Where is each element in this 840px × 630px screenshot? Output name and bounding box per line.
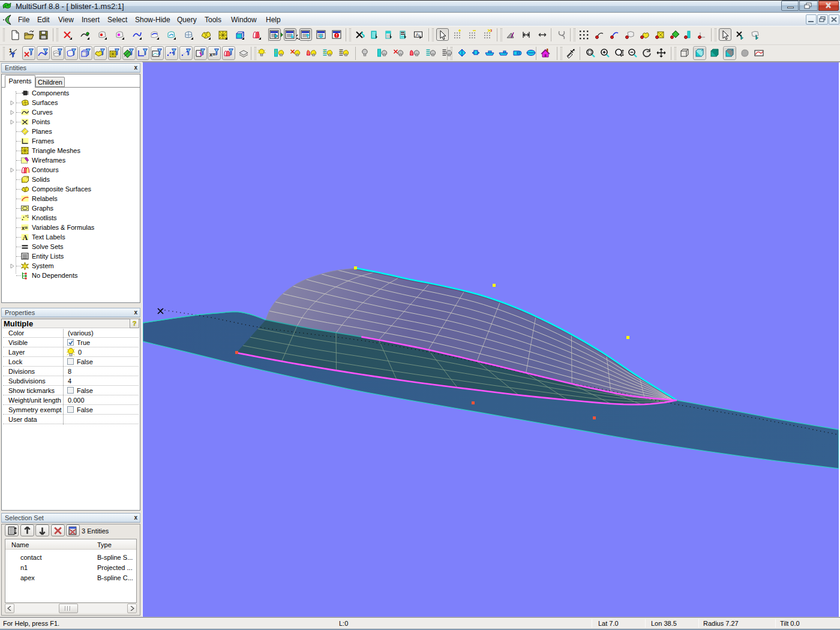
svg-text:x=: x= (22, 225, 28, 231)
svg-text:A: A (23, 233, 28, 241)
svg-text:1: 1 (9, 47, 12, 53)
svg-text:1: 1 (27, 214, 29, 218)
svg-text:x=: x= (209, 52, 215, 58)
svg-text:A: A (416, 32, 419, 38)
